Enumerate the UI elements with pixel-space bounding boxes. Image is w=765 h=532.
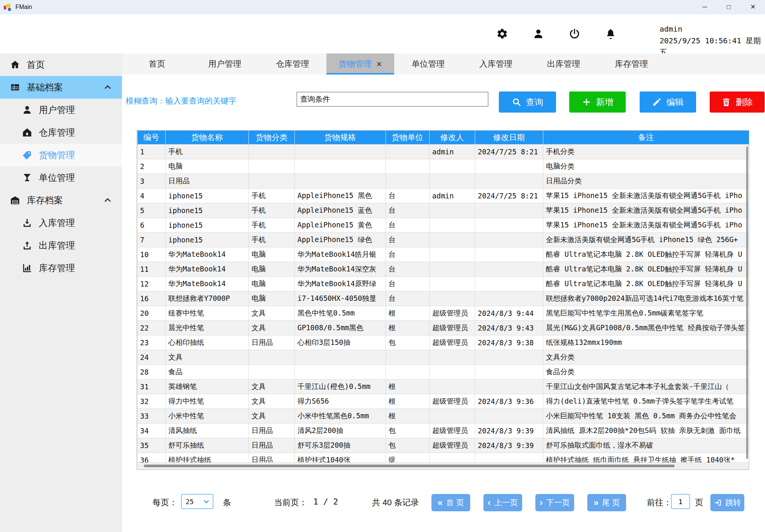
tab-goods[interactable]: 货物管理 ✕: [326, 53, 394, 75]
per-page-unit: 条: [223, 497, 231, 508]
fuzzy-search-label: 模糊查询：输入要查询的关键字: [126, 96, 236, 106]
stock-in-icon: [22, 218, 32, 228]
window-title: FMain: [15, 4, 32, 11]
goto-label: 前往：: [647, 497, 672, 508]
goto-unit: 页: [695, 497, 703, 508]
table-icon: [10, 82, 20, 93]
table-row[interactable]: 7 iphone15 手机 AppleiPhone15 绿色 台 全新未激活美版…: [137, 233, 749, 247]
per-page-label: 每页：: [152, 497, 177, 508]
column-header-name[interactable]: 货物名称: [166, 131, 249, 145]
table-row[interactable]: 16 联想拯救者Y7000P 电脑 i7-14650HX-4050独显 台 联想…: [137, 291, 749, 306]
sidebar-item-inventory[interactable]: 库存管理: [0, 257, 122, 279]
tab-inventory[interactable]: 库存管理: [597, 53, 665, 75]
sidebar-item-stock-out[interactable]: 出库管理: [0, 234, 122, 257]
tab-users[interactable]: 用户管理: [191, 53, 259, 75]
jump-button[interactable]: 跳转: [710, 494, 744, 511]
sidebar-item-goods[interactable]: 货物管理: [0, 144, 122, 166]
sidebar-item-users[interactable]: 用户管理: [0, 99, 122, 121]
settings-icon[interactable]: [496, 28, 508, 40]
table-row[interactable]: 31 英雄钢笔 文具 千里江山(橙色)0.5mm 根 千里江山文创中国风复古笔记…: [137, 380, 749, 394]
tab-stock-out[interactable]: 出库管理: [530, 53, 597, 75]
prev-page-button[interactable]: ‹ 上一页: [483, 494, 522, 511]
per-page-select[interactable]: 25: [181, 494, 213, 509]
warehouse-icon: [22, 127, 32, 138]
double-chevron-left-icon: «: [437, 498, 442, 507]
current-page-value: 1 / 2: [313, 497, 338, 506]
table-row[interactable]: 3 日用品 日用品分类: [137, 174, 749, 189]
horizontal-scrollbar-thumb[interactable]: [144, 465, 675, 467]
table-row[interactable]: 10 华为MateBook14 电脑 华为MateBook14皓月银 台 酷睿 …: [137, 247, 749, 262]
sidebar-group-inventory-archives[interactable]: 库存档案: [0, 189, 122, 212]
garage-icon: [10, 195, 20, 206]
goto-page-input[interactable]: [671, 494, 690, 509]
goods-table: 编号 货物名称 货物分类 货物规格 货物单位 修改人 修改日期 备注 1: [137, 130, 749, 470]
pencil-icon: [652, 97, 662, 107]
table-row[interactable]: 34 清风抽纸 日用品 清风2层200抽 包 超级管理员 2024/8/3 9:…: [137, 424, 749, 438]
tab-close-icon[interactable]: ✕: [376, 60, 382, 69]
horizontal-scrollbar[interactable]: [137, 462, 749, 470]
tab-warehouses[interactable]: 仓库管理: [259, 53, 326, 75]
sidebar-item-home[interactable]: 首页: [0, 53, 122, 76]
sidebar-item-stock-in[interactable]: 入库管理: [0, 212, 122, 234]
home-icon: [10, 59, 20, 70]
chevron-up-icon: [103, 196, 112, 205]
main-content: 首页 用户管理 仓库管理 货物管理 ✕ 单位管理 入库管理 出库管理 库存管理 …: [122, 53, 765, 532]
sidebar-item-warehouses[interactable]: 仓库管理: [0, 121, 122, 144]
table-row[interactable]: 1 手机 admin 2024/7/25 8:21 手机分类: [137, 145, 749, 159]
table-row[interactable]: 24 文具 文具分类: [137, 350, 749, 365]
table-row[interactable]: 6 iphone15 手机 AppleiPhone15 黄色 台 苹果15 iP…: [137, 218, 749, 233]
column-header-modifier[interactable]: 修改人: [430, 131, 475, 145]
column-header-unit[interactable]: 货物单位: [386, 131, 430, 145]
table-row[interactable]: 22 晨光中性笔 文具 GP1008/0.5mm黑色 根 超级管理员 2024/…: [137, 321, 749, 335]
sidebar-item-units[interactable]: 单位管理: [0, 166, 122, 189]
chevron-up-icon: [103, 83, 112, 92]
tab-home[interactable]: 首页: [123, 53, 191, 75]
query-button[interactable]: 查询: [499, 91, 556, 113]
tab-units[interactable]: 单位管理: [394, 53, 462, 75]
table-row[interactable]: 20 纽赛中性笔 文具 黑色中性笔0.5mm 根 超级管理员 2024/8/3 …: [137, 306, 749, 321]
column-header-id[interactable]: 编号: [137, 131, 166, 145]
close-button[interactable]: ✕: [741, 0, 765, 14]
add-button[interactable]: 新增: [569, 91, 626, 113]
tab-stock-in[interactable]: 入库管理: [462, 53, 530, 75]
app-window: FMain ─ □ ✕ admin 2025/9/25 10:56:41 星期五: [0, 0, 765, 532]
total-records-text: 共 40 条记录: [372, 497, 419, 508]
column-header-remark[interactable]: 备注: [543, 131, 749, 145]
table-row[interactable]: 5 iphone15 手机 AppleiPhone15 蓝色 台 苹果15 iP…: [137, 203, 749, 218]
search-input[interactable]: [297, 92, 488, 107]
table-row[interactable]: 35 舒可乐抽纸 日用品 舒可乐3层200抽 包 超级管理员 2024/8/3 …: [137, 438, 749, 453]
minimize-button[interactable]: ─: [693, 0, 717, 14]
last-page-button[interactable]: » 尾 页: [587, 494, 626, 511]
maximize-button[interactable]: □: [717, 0, 741, 14]
trash-icon: [721, 97, 731, 107]
table-row[interactable]: 2 电脑 电脑分类: [137, 159, 749, 174]
table-row[interactable]: 23 心相印抽纸 日用品 心相印3层150抽 包 超级管理员 2024/8/3 …: [137, 335, 749, 350]
column-header-category[interactable]: 货物分类: [249, 131, 295, 145]
table-row[interactable]: 4 iphone15 手机 AppleiPhone15 黑色 台 admin 2…: [137, 189, 749, 203]
current-page-label: 当前页：: [274, 497, 307, 508]
next-page-button[interactable]: › 下一页: [535, 494, 574, 511]
edit-button[interactable]: 编辑: [640, 91, 696, 113]
sidebar: 首页 基础档案 用户管理 仓库管理 货物管理 单位管理 库存档案: [0, 53, 122, 532]
sidebar-group-basic-archives[interactable]: 基础档案: [0, 76, 122, 99]
column-header-mod-date[interactable]: 修改日期: [475, 131, 543, 145]
first-page-button[interactable]: « 首 页: [431, 494, 470, 511]
tag-icon: [22, 150, 32, 160]
table-row[interactable]: 12 华为MateBook14 电脑 华为MateBook14原野绿 台 酷睿 …: [137, 277, 749, 291]
delete-button[interactable]: 删除: [710, 91, 765, 113]
notifications-icon[interactable]: [605, 28, 617, 40]
table-header-row: 编号 货物名称 货物分类 货物规格 货物单位 修改人 修改日期 备注: [137, 131, 749, 145]
chevron-left-icon: ‹: [488, 498, 491, 507]
app-icon: [3, 3, 12, 11]
vertical-scrollbar[interactable]: [746, 146, 748, 459]
user-icon[interactable]: [532, 28, 544, 40]
table-row[interactable]: 28 食品 食品分类: [137, 365, 749, 380]
plus-icon: [582, 97, 591, 107]
power-icon[interactable]: [568, 28, 581, 40]
table-body: 1 手机 admin 2024/7/25 8:21 手机分类 2 电: [137, 145, 749, 468]
table-row[interactable]: 32 得力中性笔 文具 得力S656 根 超级管理员 2024/8/3 9:36…: [137, 394, 749, 409]
table-row[interactable]: 33 小米中性笔 文具 小米中性笔黑色0.5mm 根 小米巨能写中性笔 10支装…: [137, 409, 749, 424]
user-icon: [22, 105, 32, 115]
table-row[interactable]: 11 华为MateBook14 电脑 华为MateBook14深空灰 台 酷睿 …: [137, 262, 749, 277]
column-header-spec[interactable]: 货物规格: [295, 131, 386, 145]
